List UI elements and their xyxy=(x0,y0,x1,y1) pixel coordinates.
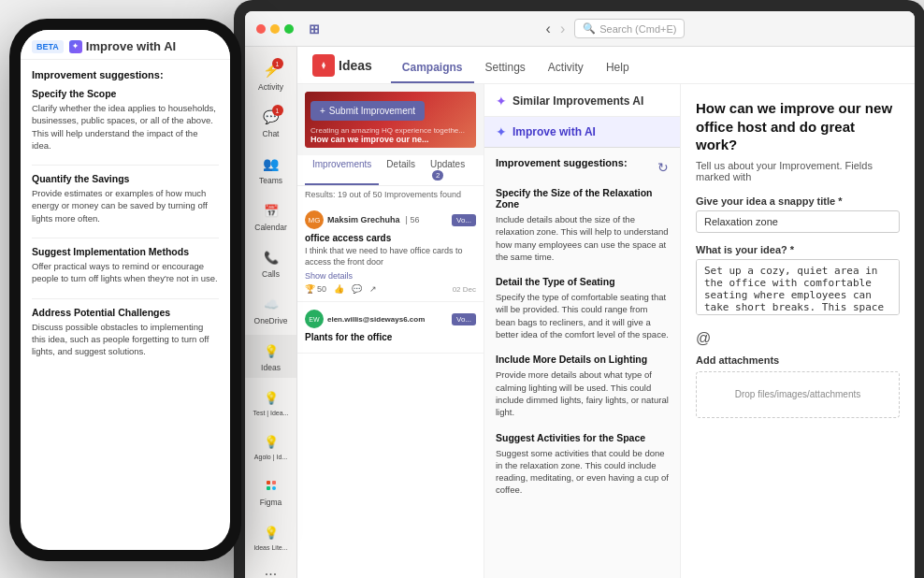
author-name-2: elen.willis@sideways6.com xyxy=(327,315,425,324)
idea-textarea[interactable]: Set up a cozy, quiet area in the office … xyxy=(696,259,900,315)
idea-list-header: Creating an amazing HQ experience togeth… xyxy=(297,84,484,155)
ai-sparkle-icon: ✦ xyxy=(69,40,82,53)
teams-layout: ⚡ 1 Activity 💬 1 Chat 👥 Teams xyxy=(245,47,915,578)
avatar-2: EW xyxy=(305,310,324,328)
idea-meta-1: 🏆 50 👍 💬 ↗ 02 Dec xyxy=(305,284,476,294)
sidebar-item-agolo[interactable]: 💡 Agolo | Id... xyxy=(245,426,296,466)
tab-activity[interactable]: Activity xyxy=(537,47,595,83)
idea-items: MG Maksim Grechuha | 56 Vo... office acc… xyxy=(297,203,484,578)
sidebar-label-onedrive: OneDrive xyxy=(254,316,288,325)
teams-icon: 👥 xyxy=(261,153,282,174)
sidebar-item-onedrive[interactable]: ☁️ OneDrive xyxy=(245,288,296,331)
vote-button-2[interactable]: Vo... xyxy=(452,313,476,325)
sidebar-item-calls[interactable]: 📞 Calls xyxy=(245,241,296,284)
search-box[interactable]: 🔍 Search (Cmd+E) xyxy=(574,19,685,38)
results-bar: Results: 19 out of 50 Improvements found xyxy=(297,186,484,203)
avatar-1: MG xyxy=(305,210,324,229)
score-1: | 56 xyxy=(406,215,420,224)
thumbs-1[interactable]: 👍 xyxy=(334,284,344,294)
vote-button-1[interactable]: Vo... xyxy=(452,214,476,226)
sidebar-label-activity: Activity xyxy=(258,82,283,92)
ai-suggestions-label: Improvement suggestions: xyxy=(496,157,628,168)
tab-updates[interactable]: Updates 2 xyxy=(423,155,476,185)
tab-improvements[interactable]: Improvements xyxy=(305,155,379,185)
chat-badge: 1 xyxy=(272,105,283,116)
laptop-device: ⊞ ‹ › 🔍 Search (Cmd+E) ⚡ 1 Activity xyxy=(234,0,924,578)
idea-list-panel: Creating an amazing HQ experience togeth… xyxy=(297,84,484,578)
results-text: Results: 19 out of 50 Improvements found xyxy=(305,190,461,199)
submit-improvement-button[interactable]: + Submit Improvement xyxy=(310,101,425,121)
phone-item-title-1: Specify the Scope xyxy=(32,88,219,99)
like-count-1: 🏆 50 xyxy=(305,284,326,294)
ideas-icon: 💡 xyxy=(261,340,282,361)
idea-item-2: EW elen.willis@sideways6.com Vo... Plant… xyxy=(297,302,484,354)
close-button[interactable] xyxy=(256,24,266,34)
phone-item-title-2: Quantify the Savings xyxy=(32,173,219,184)
sidebar-label-agolo: Agolo | Id... xyxy=(254,454,287,460)
ai-suggestion-1: Specify the Size of the Relaxation Zone … xyxy=(496,187,669,263)
ai-improve-header: ✦ Improve with AI xyxy=(484,117,680,148)
sidebar-label-ideas: Ideas xyxy=(261,363,281,372)
traffic-lights xyxy=(256,24,294,34)
sidebar-item-calendar[interactable]: 📅 Calendar xyxy=(245,195,296,238)
ideas-app-icon xyxy=(312,54,335,77)
share-1[interactable]: ↗ xyxy=(369,284,377,294)
show-details-1[interactable]: Show details xyxy=(305,271,476,281)
content-area: Creating an amazing HQ experience togeth… xyxy=(297,84,915,578)
svg-rect-2 xyxy=(267,486,270,490)
idea-title-2: Plants for the office xyxy=(305,332,476,342)
updates-badge: 2 xyxy=(432,170,443,181)
author-name-1: Maksim Grechuha xyxy=(327,215,400,224)
sidebar-label-figma: Figma xyxy=(260,498,282,507)
sidebar-item-chat[interactable]: 💬 1 Chat xyxy=(245,101,296,144)
sidebar-label-test-ideas: Test | Idea... xyxy=(253,410,288,416)
sidebar-item-test-ideas[interactable]: 💡 Test | Idea... xyxy=(245,382,296,422)
idea-tabs-row: Improvements Details Updates 2 xyxy=(297,155,484,186)
phone-item-3: Suggest Implementation Methods Offer pra… xyxy=(32,246,219,285)
tab-help[interactable]: Help xyxy=(595,47,641,83)
title-field: Give your idea a snappy title * xyxy=(696,195,900,233)
improve-ai-sparkle-icon: ✦ xyxy=(496,124,507,139)
form-subtitle: Tell us about your Improvement. Fields m… xyxy=(696,160,900,182)
tab-details[interactable]: Details xyxy=(379,155,423,185)
maximize-button[interactable] xyxy=(284,24,294,34)
phone-item-2: Quantify the Savings Provide estimates o… xyxy=(32,173,219,224)
chat-icon: 💬 1 xyxy=(261,107,282,127)
sidebar-item-ideas-lite[interactable]: 💡 Ideas Lite... xyxy=(245,516,296,556)
attachments-label: Add attachments xyxy=(696,354,900,366)
phone-title: ✦ Improve with AI xyxy=(69,39,176,53)
test-ideas-icon: 💡 xyxy=(261,387,282,408)
nav-forward-arrow[interactable]: › xyxy=(560,21,565,37)
similar-ai-title: Similar Improvements AI xyxy=(513,94,643,108)
sidebar-item-figma[interactable]: Figma xyxy=(245,470,296,513)
activity-badge: 1 xyxy=(272,58,283,69)
idea-title-1: office access cards xyxy=(305,233,476,243)
ai-suggestion-title-4: Suggest Activities for the Space xyxy=(496,432,669,443)
form-panel: How can we improve our new office host a… xyxy=(681,84,915,578)
like-icon: 🏆 xyxy=(305,284,315,294)
nav-tabs: Campaigns Settings Activity Help xyxy=(391,47,641,83)
idea-item-1: MG Maksim Grechuha | 56 Vo... office acc… xyxy=(297,203,484,302)
tab-campaigns[interactable]: Campaigns xyxy=(391,47,474,83)
sidebar-more[interactable]: ··· xyxy=(245,560,296,578)
app-title: Ideas xyxy=(339,58,372,73)
calls-icon: 📞 xyxy=(261,247,282,267)
top-nav: Ideas Campaigns Settings Activity Help xyxy=(297,47,915,84)
refresh-icon[interactable]: ↻ xyxy=(657,160,669,175)
minimize-button[interactable] xyxy=(270,24,280,34)
ai-suggestion-desc-2: Specify the type of comfortable seating … xyxy=(496,291,669,340)
idea-item-author-2: EW elen.willis@sideways6.com Vo... xyxy=(305,310,476,328)
ai-suggestion-desc-1: Include details about the size of the re… xyxy=(496,213,669,263)
sidebar-label-calls: Calls xyxy=(262,269,280,279)
sidebar-label-teams: Teams xyxy=(259,176,282,185)
sidebar-label-chat: Chat xyxy=(263,129,280,138)
sidebar-item-activity[interactable]: ⚡ 1 Activity xyxy=(245,54,296,97)
sidebar-item-teams[interactable]: 👥 Teams xyxy=(245,148,296,191)
drop-zone[interactable]: Drop files/images/attachments xyxy=(696,371,900,418)
comment-1[interactable]: 💬 xyxy=(352,284,362,294)
title-input[interactable] xyxy=(696,210,900,233)
tab-settings[interactable]: Settings xyxy=(474,47,537,83)
sidebar-item-ideas[interactable]: 💡 Ideas xyxy=(245,335,296,378)
nav-back-arrow[interactable]: ‹ xyxy=(546,21,551,37)
mention-icon[interactable]: @ xyxy=(696,330,900,347)
